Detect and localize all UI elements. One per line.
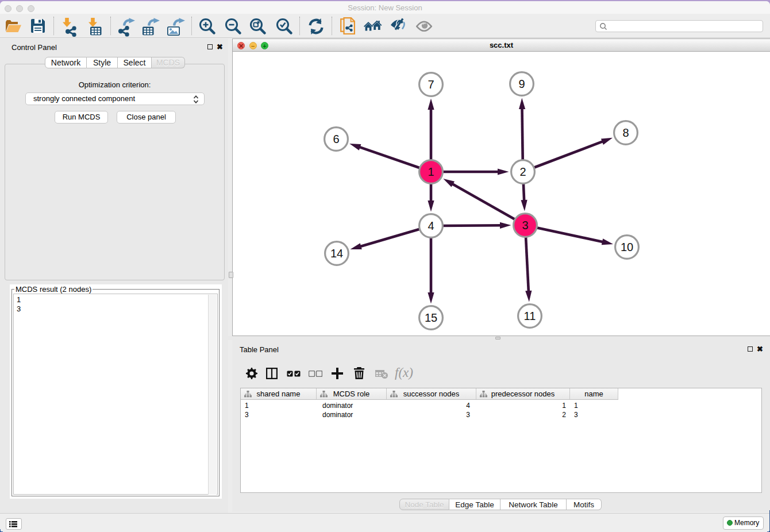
svg-text:3: 3 (522, 219, 528, 232)
svg-text:6: 6 (333, 133, 339, 145)
svg-text:1: 1 (428, 165, 434, 178)
svg-text:9: 9 (518, 78, 525, 90)
svg-text:7: 7 (428, 78, 434, 91)
svg-text:4: 4 (428, 219, 434, 232)
svg-text:11: 11 (524, 310, 536, 322)
svg-text:8: 8 (622, 126, 629, 139)
svg-text:10: 10 (621, 241, 633, 253)
svg-text:15: 15 (425, 311, 437, 324)
svg-text:2: 2 (519, 165, 526, 178)
svg-text:14: 14 (330, 247, 343, 260)
